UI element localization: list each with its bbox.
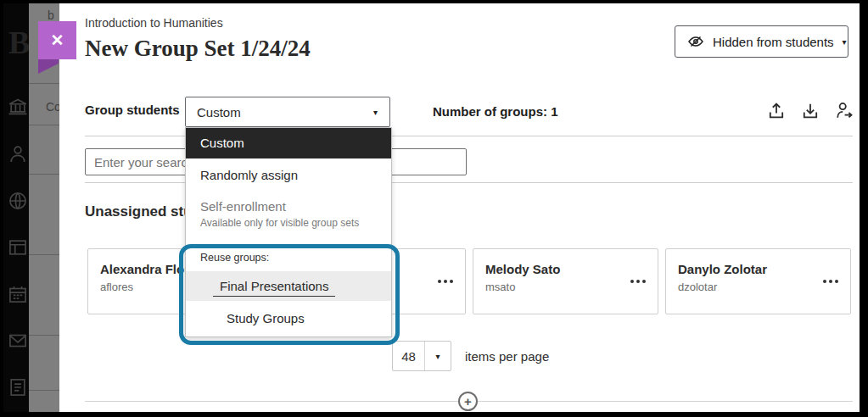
chevron-down-icon: ▾ — [843, 37, 847, 47]
page-size-value: 48 — [393, 342, 425, 370]
calendar-icon[interactable] — [7, 283, 29, 305]
number-of-groups: Number of groups: 1 — [433, 104, 558, 119]
add-group-button[interactable]: + — [458, 392, 478, 411]
chevron-down-icon: ▾ — [373, 108, 378, 117]
final-presentations-link[interactable]: Final Presentations — [213, 279, 335, 297]
activity-globe-icon[interactable] — [7, 190, 29, 212]
underlying-text-fragment: b — [48, 8, 54, 22]
overflow-menu-button[interactable] — [630, 280, 646, 283]
eye-slash-icon — [687, 33, 704, 50]
reuse-groups-label: Reuse groups: — [200, 252, 391, 264]
plus-icon: + — [464, 394, 472, 409]
blackboard-logo-icon[interactable]: B — [8, 24, 29, 61]
self-enrollment-label: Self-enrollment — [200, 199, 391, 214]
underlying-text-fragment: Co — [46, 100, 59, 114]
student-card[interactable]: Melody Sato msato — [473, 248, 658, 314]
manage-members-button[interactable] — [833, 100, 855, 122]
download-icon — [800, 100, 820, 120]
import-button[interactable] — [799, 100, 821, 122]
grades-icon[interactable] — [7, 376, 29, 398]
visibility-label: Hidden from students — [713, 35, 834, 49]
close-button[interactable]: ✕ — [38, 21, 76, 59]
group-students-select[interactable]: Custom ▾ — [185, 97, 390, 127]
institution-icon[interactable] — [7, 96, 29, 118]
student-name: Danylo Zolotar — [678, 262, 838, 276]
student-username: dzolotar — [678, 281, 838, 293]
menu-item-self-enrollment: Self-enrollment Available only for visib… — [186, 192, 391, 230]
student-name: Melody Sato — [485, 262, 646, 276]
export-button[interactable] — [765, 100, 787, 122]
items-per-page-select[interactable]: 48 ▾ — [392, 341, 451, 371]
menu-item-final-presentations[interactable]: Final Presentations — [186, 271, 391, 301]
messages-icon[interactable] — [7, 330, 29, 352]
profile-icon[interactable] — [7, 143, 29, 165]
group-students-label: Group students — [85, 103, 180, 117]
courses-icon[interactable] — [7, 236, 29, 259]
page-title: New Group Set 1/24/24 — [85, 36, 311, 62]
person-arrow-icon — [834, 100, 854, 120]
items-per-page-label: items per page — [465, 349, 549, 364]
chevron-down-icon: ▾ — [435, 352, 440, 361]
close-icon: ✕ — [51, 31, 64, 50]
overflow-menu-button[interactable] — [438, 280, 453, 283]
menu-item-randomly-assign[interactable]: Randomly assign — [186, 158, 391, 192]
overflow-menu-button[interactable] — [823, 280, 838, 283]
upload-icon — [766, 100, 787, 120]
group-set-panel: Introduction to Humanities New Group Set… — [59, 3, 860, 412]
nav-rail: B — [3, 3, 29, 412]
breadcrumb: Introduction to Humanities — [85, 16, 223, 30]
student-card[interactable]: Danylo Zolotar dzolotar — [665, 248, 851, 314]
selected-option: Custom — [197, 105, 241, 120]
visibility-dropdown-button[interactable]: Hidden from students ▾ — [675, 25, 848, 58]
menu-item-custom[interactable]: Custom — [186, 128, 391, 158]
menu-item-study-groups[interactable]: Study Groups — [186, 301, 391, 336]
group-students-dropdown-menu: Custom Randomly assign Self-enrollment A… — [185, 127, 392, 337]
self-enrollment-note: Available only for visible group sets — [200, 216, 391, 230]
app-window: B b Co ✕ — [0, 0, 868, 417]
student-username: msato — [485, 281, 646, 293]
